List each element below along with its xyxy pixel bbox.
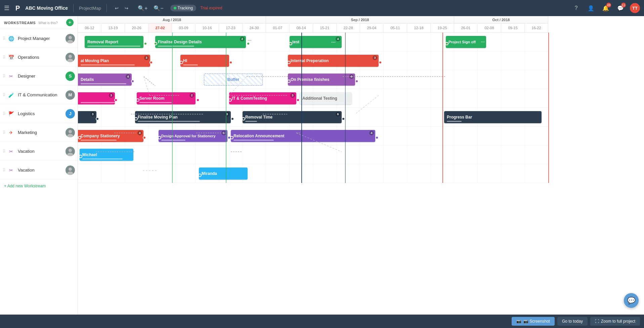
bar-project-signoff[interactable]: Project Sign off ··· xyxy=(446,36,486,48)
help-button[interactable]: ? xyxy=(571,3,582,13)
bar-moving-plan-ops[interactable]: al Moving Plan 3 xyxy=(78,55,150,67)
drag-handle[interactable]: ⠿ xyxy=(3,111,6,116)
bell-button[interactable]: 🔔 49 xyxy=(600,3,611,13)
undo-button[interactable]: ↩ xyxy=(112,4,121,12)
bar-michael[interactable]: Michael xyxy=(80,149,133,161)
bar-removal-time[interactable]: Removal Time 6 xyxy=(243,111,342,123)
sidebar-item-marketing[interactable]: ⠿ ✈ Marketing xyxy=(0,123,78,142)
users-button[interactable]: 👤 xyxy=(586,3,596,13)
drag-handle[interactable]: ⠿ xyxy=(3,130,6,135)
bar-hi[interactable]: HI xyxy=(180,55,229,67)
dot-handle-log5[interactable] xyxy=(342,117,345,121)
dot-handle-mkt1[interactable] xyxy=(143,136,146,139)
dot-handle-it2[interactable] xyxy=(136,98,139,102)
dot-handle-it4[interactable] xyxy=(228,98,232,102)
bar-relocation[interactable]: Relocation Announcement 4 xyxy=(231,130,375,142)
vac1-avatar xyxy=(66,147,75,156)
chat-badge: 11 xyxy=(621,3,626,7)
bar-additional-testing[interactable]: Additional Testing xyxy=(300,92,352,104)
drag-handle[interactable]: ⠿ xyxy=(3,149,6,154)
gantt-area[interactable]: Aug / 2018 Sep / 2018 Oct / 2018 06-1213… xyxy=(78,16,644,315)
chat-bubble-button[interactable]: 💬 xyxy=(624,293,639,308)
dot-handle-des3[interactable] xyxy=(355,80,358,83)
dot-handle-it3[interactable] xyxy=(196,98,200,102)
vline-marker2 xyxy=(345,33,346,183)
bar-finalise-moving[interactable]: Finalise Moving Plan 3 xyxy=(135,111,231,123)
col-5 xyxy=(196,89,219,107)
col-13 xyxy=(384,33,407,51)
col-16 xyxy=(454,51,478,70)
sidebar-item-operations[interactable]: ⠿ 📅 Operations xyxy=(0,48,78,67)
sidebar-item-designer[interactable]: ⠿ ✂ Designer S xyxy=(0,67,78,86)
week-row: 06-1213-1920-2627-0203-0910-1617-2324-30… xyxy=(78,24,548,32)
dot-handle-mkt2[interactable] xyxy=(158,136,161,139)
bar-log1[interactable]: 3 xyxy=(78,111,96,123)
dot-handle-op3[interactable] xyxy=(229,61,232,64)
dot-handle-log2[interactable] xyxy=(134,117,138,121)
dot-handle-it1[interactable] xyxy=(114,98,118,102)
badge-it1: 3 xyxy=(109,93,114,98)
dot-handle-op1[interactable] xyxy=(149,61,153,64)
trial-badge: Trial expired xyxy=(200,6,222,10)
dot-handle-log1[interactable] xyxy=(96,117,99,121)
dot-handle-log3[interactable] xyxy=(231,117,234,121)
bar-finalise-design[interactable]: Finalise Design Details 2 xyxy=(155,36,246,48)
badge-fd: 2 xyxy=(240,37,245,41)
sidebar-item-it-comm[interactable]: ⠿ 🧪 IT & Communication M xyxy=(0,86,78,104)
drag-handle[interactable]: ⠿ xyxy=(3,93,6,97)
bar-it-commtesting[interactable]: IT & CommTesting 3 xyxy=(229,92,296,104)
project-name: ProjectMap xyxy=(79,6,101,11)
dot-handle-vac2[interactable] xyxy=(198,174,202,177)
dot-handle-pm4[interactable] xyxy=(289,42,292,45)
dot-handle-pm5[interactable] xyxy=(445,42,448,45)
sidebar-item-vacation1[interactable]: ⠿ ✂ Vacation xyxy=(0,142,78,161)
dot-handle-des1[interactable] xyxy=(131,80,134,83)
progress-mkt2 xyxy=(161,140,185,141)
drag-handle[interactable]: ⠿ xyxy=(3,55,6,60)
dot-handle-mkt0[interactable] xyxy=(78,136,81,139)
dot-handle-op5[interactable] xyxy=(379,61,382,64)
bar-test[interactable]: test 4 ··· xyxy=(290,36,342,48)
dot-handle-des2[interactable] xyxy=(287,80,291,83)
tracking-badge[interactable]: Tracking xyxy=(170,5,197,11)
dot-handle-mkt5[interactable] xyxy=(375,136,379,139)
svg-point-6 xyxy=(69,149,72,152)
drag-handle[interactable]: ⠿ xyxy=(3,168,6,173)
bar-server-room[interactable]: Server Room 2 xyxy=(137,92,196,104)
zoom-in-button[interactable]: 🔍+ xyxy=(135,4,150,13)
dot-handle-it5[interactable] xyxy=(296,98,300,102)
add-workstream-button[interactable]: + xyxy=(66,19,74,26)
dot-handle-pm2[interactable] xyxy=(154,42,157,45)
bar-details[interactable]: Details 4 xyxy=(78,74,132,86)
dot-handle-vac1[interactable] xyxy=(79,155,82,158)
dot-handle-pm1[interactable] xyxy=(144,42,147,45)
user-avatar[interactable]: TT xyxy=(630,3,640,13)
col-6 xyxy=(219,145,243,164)
bar-progress-bar[interactable]: Progress Bar xyxy=(444,111,542,123)
sidebar-item-project-manager[interactable]: ⠿ 🌐 Project Manager xyxy=(0,29,78,48)
col-0 xyxy=(78,164,101,183)
redo-button[interactable]: ↪ xyxy=(122,4,131,12)
drag-handle[interactable]: ⠿ xyxy=(3,74,6,79)
bar-removal-report[interactable]: Removal Report xyxy=(85,36,143,48)
drag-handle[interactable]: ⠿ xyxy=(3,36,6,41)
hamburger-icon[interactable]: ☰ xyxy=(4,4,9,12)
col-8 xyxy=(266,51,290,70)
gantt-header: Aug / 2018 Sep / 2018 Oct / 2018 06-1213… xyxy=(78,16,548,33)
bar-company-stationery[interactable]: Company Stationery 4 xyxy=(78,130,143,142)
add-workstream-link[interactable]: + Add new Workstream xyxy=(0,180,78,192)
chat-button[interactable]: 💬 11 xyxy=(615,3,626,13)
bar-design-approval[interactable]: Design Approval for Stationery 1 xyxy=(159,130,227,142)
bar-miranda[interactable]: Miranda xyxy=(199,168,248,180)
zoom-out-button[interactable]: 🔍− xyxy=(151,4,166,13)
sidebar-item-vacation2[interactable]: ⠿ ✂ Vacation xyxy=(0,161,78,180)
sidebar-item-logistics[interactable]: ⠿ 🚩 Logistics J xyxy=(0,104,78,123)
dot-handle-log4[interactable] xyxy=(242,117,245,121)
bar-buffer[interactable]: Buffer xyxy=(204,74,263,86)
dot-handle-op4[interactable] xyxy=(287,61,291,64)
dot-handle-mkt4[interactable] xyxy=(230,136,233,139)
gantt-row-log: 3 Finalise Moving Plan 3 Removal Time 6 xyxy=(78,108,548,127)
dot-handle-pm3[interactable] xyxy=(247,42,250,45)
dot-handle-op2[interactable] xyxy=(180,61,183,64)
bar-it1[interactable]: 3 xyxy=(78,92,115,104)
